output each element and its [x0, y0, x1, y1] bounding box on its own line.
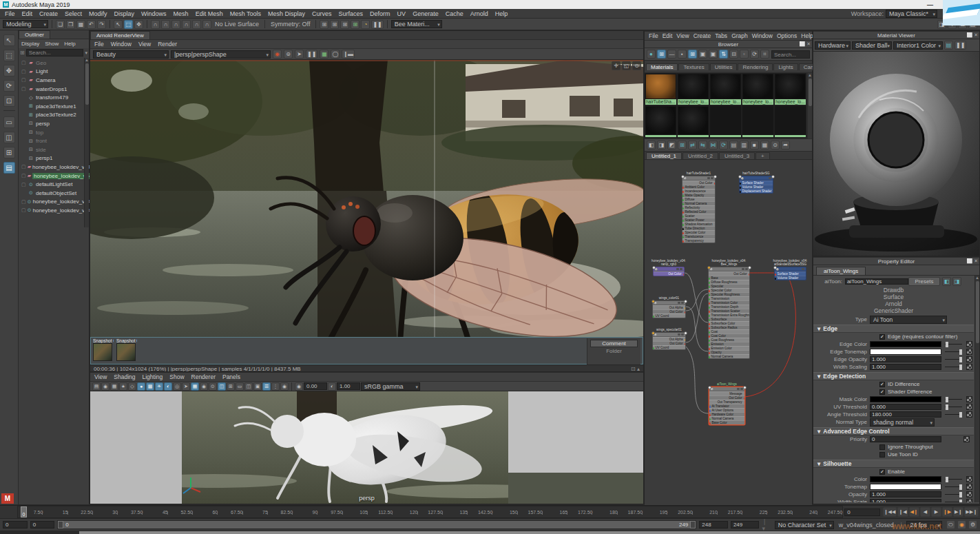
- node-output-port[interactable]: [684, 300, 687, 303]
- arnold-menu-item[interactable]: Window: [111, 41, 132, 48]
- animation-end-field[interactable]: 249: [731, 521, 760, 528]
- node-name-field[interactable]: aiToon_Wings: [845, 278, 908, 285]
- attribute-value-field[interactable]: [870, 476, 941, 482]
- remove-selected-nodes-icon[interactable]: ⇄: [688, 141, 697, 150]
- viewport-menu-item[interactable]: Lighting: [142, 373, 163, 380]
- snapshot-item[interactable]: Snapshot 02: [93, 338, 114, 361]
- map-texture-button[interactable]: [966, 476, 972, 482]
- ipr-render-icon[interactable]: ⊞: [340, 20, 349, 29]
- snap-to-view-plane-icon[interactable]: ∩: [192, 20, 201, 29]
- node-attribute-row[interactable]: Normal Camera: [709, 354, 749, 358]
- node-wings-specular[interactable]: wings_specular01 Out Alpha Out Color UV …: [652, 332, 686, 350]
- node-attribute-row[interactable]: Volume Shader: [775, 276, 806, 280]
- hypershade-menu-item[interactable]: Window: [752, 32, 773, 39]
- outliner-item[interactable]: place3dTexture1: [19, 102, 89, 111]
- node-editor-tab[interactable]: Untitled_2: [682, 152, 718, 159]
- node-attribute-row[interactable]: UV Coord: [653, 314, 685, 318]
- four-pane-layout-icon[interactable]: ⊞: [3, 147, 15, 158]
- map-texture-button[interactable]: [966, 364, 972, 370]
- step-forward-frame-button[interactable]: ▶❙: [953, 507, 963, 517]
- animation-start-field[interactable]: 0: [3, 521, 28, 528]
- edge-enable-row[interactable]: ✓ Edge (requires contour filter): [813, 333, 974, 340]
- viewport-menu-item[interactable]: Shading: [114, 373, 135, 380]
- small-swatches-icon[interactable]: ▪: [678, 50, 687, 59]
- material-swatch[interactable]: [677, 105, 709, 138]
- outliner-item[interactable]: ▢ honeybee_lookdev_v04s: [19, 206, 89, 215]
- open-scene-icon[interactable]: ❒: [66, 20, 75, 29]
- visibility-checkbox[interactable]: ▢: [21, 182, 26, 187]
- workspace-dropdown[interactable]: Maya Classic*: [886, 10, 937, 18]
- hypershade-menu-item[interactable]: File: [649, 32, 658, 39]
- attribute-value-field[interactable]: 180.000: [870, 411, 941, 418]
- isolate-select-icon[interactable]: ⊙: [209, 382, 217, 391]
- menu-item[interactable]: Mesh Tools: [227, 10, 264, 17]
- visibility-checkbox[interactable]: ▢: [21, 60, 26, 65]
- hypershade-tab[interactable]: Textures: [678, 63, 709, 70]
- film-gate-icon[interactable]: ▭: [236, 382, 244, 391]
- hypershade-menu-item[interactable]: Graph: [731, 32, 748, 39]
- node-output-port[interactable]: [684, 331, 687, 335]
- hypershade-menu-item[interactable]: Create: [694, 32, 711, 39]
- map-texture-button[interactable]: [963, 436, 970, 442]
- map-texture-button[interactable]: [966, 491, 972, 497]
- outliner-item[interactable]: transform479: [19, 93, 89, 102]
- anim-layer-icon[interactable]: ⬭: [946, 520, 955, 529]
- map-texture-button[interactable]: [966, 396, 972, 402]
- property-editor-tab[interactable]: aiToon_Wings: [816, 267, 866, 275]
- xray-mode-icon[interactable]: ◫: [218, 382, 226, 391]
- outliner-item[interactable]: ▢ Geo: [19, 59, 89, 68]
- step-back-frame-button[interactable]: ❙◀: [897, 507, 908, 517]
- arnold-menu-item[interactable]: File: [94, 41, 104, 48]
- node-aitoon-wings[interactable]: aiToon_Wings Message Out Color Out Trans…: [709, 387, 745, 425]
- undo-icon[interactable]: ↶: [87, 20, 96, 29]
- lasso-tool-icon[interactable]: ⬚: [124, 20, 133, 29]
- node-input-port[interactable]: [773, 266, 777, 269]
- filter-icon[interactable]: ⊞: [20, 50, 25, 56]
- node-bee-wings[interactable]: honeybee_lookdev_v04:Bee_Wings Out Color…: [708, 267, 750, 359]
- visibility-checkbox[interactable]: ▢: [21, 173, 26, 178]
- attribute-port[interactable]: [740, 191, 741, 193]
- outliner-item[interactable]: top: [19, 128, 89, 137]
- material-swatch[interactable]: honeybee_lo...: [709, 73, 742, 105]
- viewport-menu-item[interactable]: View: [94, 373, 107, 380]
- medium-swatches-icon[interactable]: ⊞: [688, 50, 697, 59]
- menu-item[interactable]: Generate: [409, 10, 442, 17]
- hypershade-menu-item[interactable]: Help: [801, 32, 813, 39]
- material-swatch[interactable]: honeybee_lo...: [774, 73, 806, 105]
- node-hairtubeshadersg[interactable]: hairTubeShaderSG Surface Shader Volume S…: [739, 176, 773, 194]
- arnold-renderview-tab[interactable]: Arnold RenderView: [90, 31, 150, 39]
- checkbox-row[interactable]: ✓ Shader Difference: [813, 388, 974, 396]
- large-swatches-icon[interactable]: ▣: [698, 50, 707, 59]
- menu-item[interactable]: Cache: [442, 10, 467, 17]
- hypershade-tab[interactable]: Lights: [773, 63, 797, 70]
- lasso-select-icon[interactable]: ⬚: [3, 50, 15, 61]
- select-tool-icon[interactable]: ↖: [114, 20, 123, 29]
- exposure-icon[interactable]: ◉: [295, 382, 303, 391]
- node-attribute-row[interactable]: Transparency: [682, 238, 715, 243]
- outliner-item[interactable]: ▢ waterDrops1: [19, 85, 89, 94]
- outliner-menu-item[interactable]: Help: [64, 41, 75, 47]
- attribute-port[interactable]: [653, 347, 654, 349]
- live-surface-label[interactable]: No Live Surface: [213, 21, 261, 28]
- add-selected-nodes-icon[interactable]: ⊞: [678, 141, 687, 150]
- pin-swatch-icon[interactable]: ◦: [740, 50, 749, 59]
- simple-display-mode-icon[interactable]: ▤: [729, 141, 738, 150]
- material-swatch[interactable]: hairTubeSha...: [645, 73, 677, 105]
- edge-detection-section-header[interactable]: ▾Edge Detection: [813, 372, 974, 380]
- motion-blur-icon[interactable]: ➤: [182, 382, 190, 391]
- aov-dropdown[interactable]: Beauty: [93, 50, 169, 59]
- attribute-port[interactable]: [653, 316, 654, 318]
- start-render-icon[interactable]: ◉: [273, 50, 282, 59]
- viewer-renderer-dropdown[interactable]: Hardware: [815, 41, 851, 50]
- menu-item[interactable]: Display: [111, 10, 138, 17]
- attribute-value-field[interactable]: 1.000: [870, 364, 941, 370]
- regraph-icon[interactable]: ⟳: [719, 141, 728, 150]
- material-viewer-header[interactable]: Material Viewer ⬜✕: [813, 31, 979, 39]
- float-panel-icon[interactable]: ⬜: [966, 32, 972, 38]
- play-forwards-button[interactable]: ▶: [931, 507, 941, 517]
- select-tool-icon[interactable]: ↖: [3, 34, 15, 46]
- outliner-item[interactable]: ▢ honeybee_lookdev_v04s: [19, 172, 89, 181]
- menu-item[interactable]: Modify: [85, 10, 111, 17]
- render-current-frame-icon[interactable]: ⊞: [330, 20, 339, 29]
- attribute-slider[interactable]: [945, 399, 962, 400]
